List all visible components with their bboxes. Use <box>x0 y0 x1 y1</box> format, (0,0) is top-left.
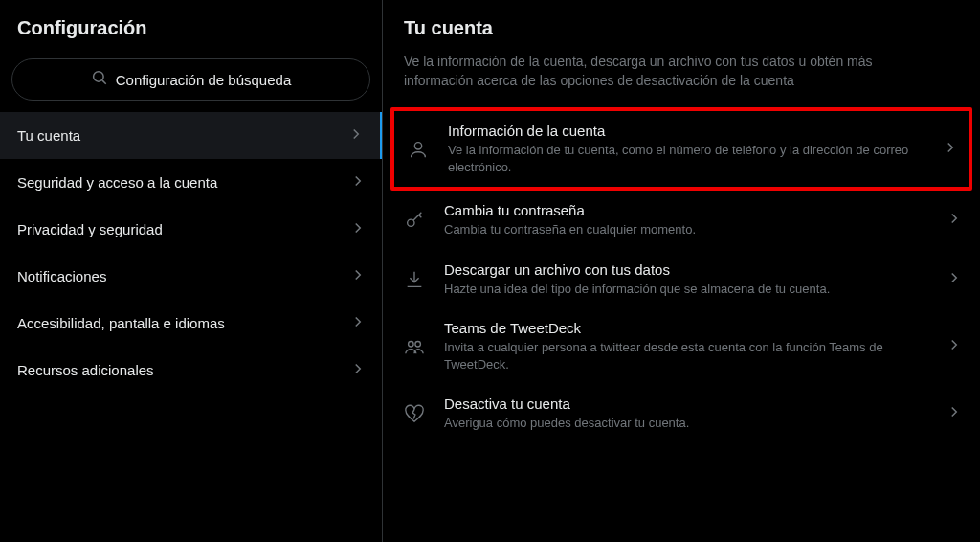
user-icon <box>408 139 429 160</box>
sidebar-title: Configuración <box>0 0 382 58</box>
heartbreak-icon <box>404 403 425 424</box>
chevron-right-icon <box>349 313 367 333</box>
sidebar-item-label: Recursos adicionales <box>17 362 154 378</box>
option-subtitle: Hazte una idea del tipo de información q… <box>444 281 926 298</box>
sidebar-item-account[interactable]: Tu cuenta <box>0 112 382 159</box>
people-icon <box>404 336 425 357</box>
settings-sidebar: Configuración Configuración de búsqueda … <box>0 0 383 542</box>
page-title: Tu cuenta <box>383 0 980 53</box>
option-change-password[interactable]: Cambia tu contraseña Cambia tu contraseñ… <box>383 191 980 250</box>
chevron-right-icon <box>946 403 963 424</box>
page-description: Ve la información de la cuenta, descarga… <box>383 53 980 107</box>
account-options: Información de la cuenta Ve la informaci… <box>383 107 980 443</box>
option-deactivate[interactable]: Desactiva tu cuenta Averigua cómo puedes… <box>383 384 980 443</box>
sidebar-item-resources[interactable]: Recursos adicionales <box>0 347 382 394</box>
download-icon <box>404 269 425 290</box>
option-subtitle: Cambia tu contraseña en cualquier moment… <box>444 221 926 238</box>
search-placeholder: Configuración de búsqueda <box>116 72 291 88</box>
option-subtitle: Invita a cualquier persona a twittear de… <box>444 339 926 373</box>
chevron-right-icon <box>349 172 367 192</box>
option-title: Cambia tu contraseña <box>444 202 926 218</box>
option-body: Información de la cuenta Ve la informaci… <box>448 123 923 175</box>
main-panel: Tu cuenta Ve la información de la cuenta… <box>383 0 980 542</box>
option-body: Desactiva tu cuenta Averigua cómo puedes… <box>444 395 926 432</box>
sidebar-item-privacy[interactable]: Privacidad y seguridad <box>0 206 382 253</box>
chevron-right-icon <box>946 210 963 231</box>
sidebar-item-label: Notificaciones <box>17 268 106 284</box>
option-title: Información de la cuenta <box>448 123 923 139</box>
option-title: Desactiva tu cuenta <box>444 395 926 412</box>
svg-line-1 <box>102 80 106 84</box>
sidebar-item-label: Tu cuenta <box>17 127 80 144</box>
svg-point-3 <box>408 219 414 226</box>
chevron-right-icon <box>347 125 365 146</box>
svg-point-0 <box>93 72 103 82</box>
sidebar-item-label: Seguridad y acceso a la cuenta <box>17 174 217 191</box>
sidebar-item-label: Accesibilidad, pantalla e idiomas <box>17 315 225 331</box>
option-subtitle: Averigua cómo puedes desactivar tu cuent… <box>444 415 926 432</box>
search-icon <box>91 69 108 90</box>
option-title: Teams de TweetDeck <box>444 320 926 336</box>
svg-point-2 <box>414 142 421 148</box>
svg-point-5 <box>415 341 421 347</box>
sidebar-item-accessibility[interactable]: Accesibilidad, pantalla e idiomas <box>0 300 382 347</box>
chevron-right-icon <box>946 336 963 357</box>
option-body: Teams de TweetDeck Invita a cualquier pe… <box>444 320 926 373</box>
option-body: Descargar un archivo con tus datos Hazte… <box>444 261 926 298</box>
option-title: Descargar un archivo con tus datos <box>444 261 926 278</box>
key-icon <box>404 210 425 231</box>
chevron-right-icon <box>946 269 963 290</box>
chevron-right-icon <box>349 219 367 239</box>
option-account-info[interactable]: Información de la cuenta Ve la informaci… <box>390 107 972 191</box>
sidebar-item-label: Privacidad y seguridad <box>17 221 163 237</box>
svg-point-4 <box>409 341 414 347</box>
option-download-data[interactable]: Descargar un archivo con tus datos Hazte… <box>383 250 980 309</box>
option-body: Cambia tu contraseña Cambia tu contraseñ… <box>444 202 926 238</box>
chevron-right-icon <box>942 139 959 160</box>
sidebar-nav: Tu cuenta Seguridad y acceso a la cuenta… <box>0 112 382 394</box>
chevron-right-icon <box>349 360 367 380</box>
chevron-right-icon <box>349 266 367 286</box>
sidebar-item-security[interactable]: Seguridad y acceso a la cuenta <box>0 159 382 206</box>
option-tweetdeck-teams[interactable]: Teams de TweetDeck Invita a cualquier pe… <box>383 308 980 384</box>
option-subtitle: Ve la información de tu cuenta, como el … <box>448 142 923 175</box>
search-input[interactable]: Configuración de búsqueda <box>11 58 370 101</box>
search-wrap: Configuración de búsqueda <box>0 58 382 112</box>
sidebar-item-notifications[interactable]: Notificaciones <box>0 253 382 300</box>
